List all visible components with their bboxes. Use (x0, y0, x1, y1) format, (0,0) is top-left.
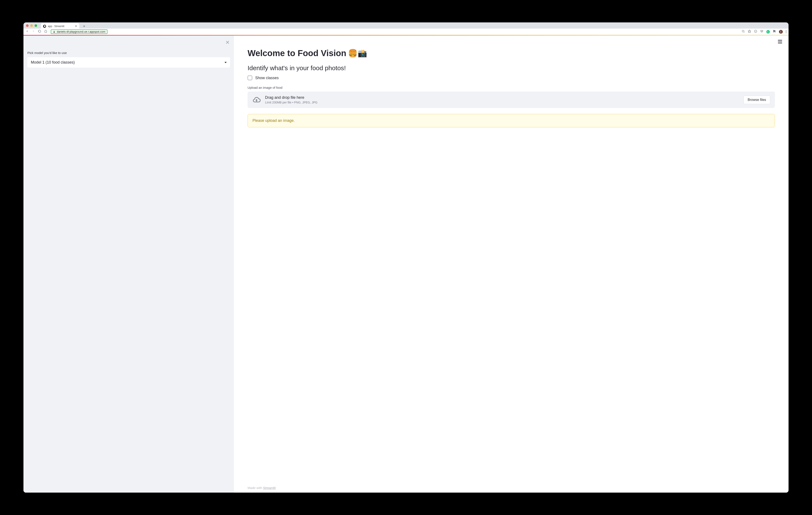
extensions-puzzle-icon[interactable] (773, 30, 776, 34)
back-button[interactable] (26, 30, 29, 34)
model-select-value: Model 1 (10 food classes) (31, 60, 75, 65)
show-classes-row: Show classes (248, 76, 775, 80)
app-body: ✕ Pick model you'd like to use Model 1 (… (24, 36, 788, 493)
tab-favicon-icon (43, 25, 46, 28)
model-select-label: Pick model you'd like to use (27, 51, 230, 55)
sidebar: ✕ Pick model you'd like to use Model 1 (… (24, 36, 234, 493)
forward-button[interactable] (32, 30, 35, 34)
hamburger-menu-icon[interactable] (778, 40, 782, 43)
svg-line-3 (744, 32, 745, 32)
dropzone-subtext: Limit 200MB per file • PNG, JPEG, JPG (265, 101, 739, 104)
browser-menu-icon[interactable] (786, 30, 786, 33)
pocket-icon[interactable] (760, 30, 763, 34)
file-dropzone[interactable]: Drag and drop file here Limit 200MB per … (248, 91, 775, 108)
page-title: Welcome to Food Vision 🍔📸 (248, 48, 775, 58)
browser-tab[interactable]: app · Streamlit ✕ (41, 23, 79, 29)
maximize-window-button[interactable] (34, 24, 37, 27)
profile-avatar-icon[interactable] (779, 30, 783, 34)
browser-toolbar: daniels-dl-playground.ue.r.appspot.com (24, 29, 788, 35)
tab-close-icon[interactable]: ✕ (75, 25, 77, 28)
extension-grammarly-icon[interactable] (766, 30, 770, 33)
footer: Made with Streamlit (248, 486, 276, 490)
page-subtitle: Identify what's in your food photos! (248, 64, 775, 72)
svg-point-2 (742, 30, 744, 32)
url-text: daniels-dl-playground.ue.r.appspot.com (57, 30, 105, 33)
title-emojis: 🍔📸 (348, 49, 367, 58)
window-controls (26, 24, 37, 27)
footer-prefix: Made with (248, 486, 263, 490)
page-title-text: Welcome to Food Vision (248, 48, 346, 58)
sidebar-close-icon[interactable]: ✕ (225, 39, 230, 46)
warning-banner: Please upload an image. (248, 114, 775, 127)
chevron-down-icon (225, 62, 227, 63)
model-select[interactable]: Model 1 (10 food classes) (27, 57, 230, 67)
browse-files-button[interactable]: Browse files (744, 96, 770, 104)
lock-icon (53, 30, 55, 33)
zoom-icon[interactable] (742, 30, 745, 34)
home-button[interactable] (44, 30, 47, 34)
titlebar: app · Streamlit ✕ + (24, 22, 788, 29)
info-icon[interactable] (754, 30, 757, 34)
new-tab-button[interactable]: + (82, 23, 87, 29)
show-classes-label: Show classes (255, 76, 279, 80)
minimize-window-button[interactable] (30, 24, 33, 27)
cloud-upload-icon (252, 96, 261, 104)
svg-point-8 (780, 31, 781, 32)
close-window-button[interactable] (26, 24, 29, 27)
address-bar[interactable]: daniels-dl-playground.ue.r.appspot.com (50, 29, 739, 34)
upload-label: Upload an image of food (248, 86, 775, 89)
main-content: Welcome to Food Vision 🍔📸 Identify what'… (234, 36, 788, 493)
browser-window: app · Streamlit ✕ + daniels-dl-playgroun… (24, 22, 788, 493)
show-classes-checkbox[interactable] (248, 76, 252, 80)
svg-point-0 (44, 25, 46, 27)
footer-link[interactable]: Streamlit (263, 486, 276, 490)
bookmark-star-icon[interactable] (748, 30, 751, 34)
svg-marker-4 (748, 30, 751, 33)
address-bar-highlight: daniels-dl-playground.ue.r.appspot.com (51, 29, 108, 34)
dropzone-heading: Drag and drop file here (265, 96, 739, 100)
reload-button[interactable] (38, 30, 41, 34)
svg-rect-1 (54, 32, 55, 33)
tab-title: app · Streamlit (48, 25, 64, 28)
